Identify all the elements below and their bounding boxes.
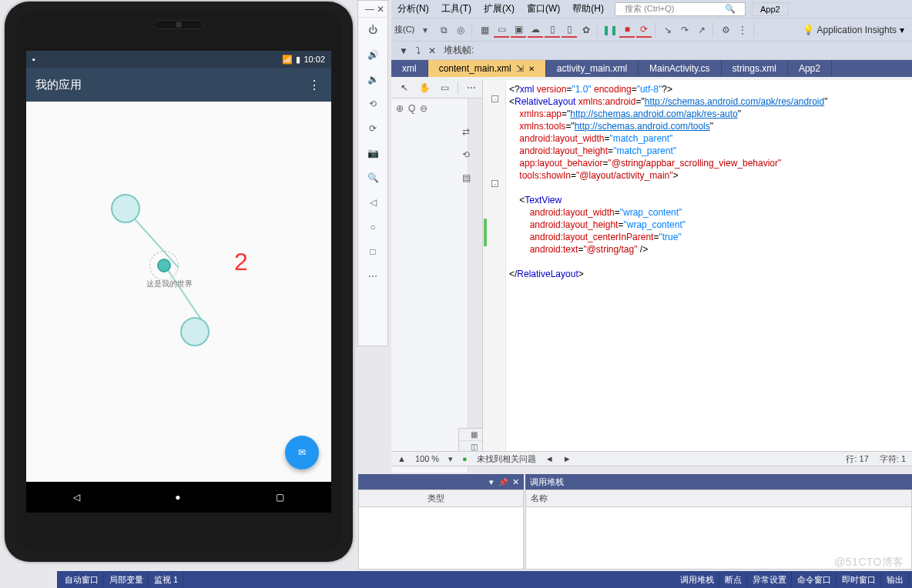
dropdown-icon[interactable]: ▾ xyxy=(448,454,453,464)
code-content: <?xml version="1.0" encoding="utf-8"?> <… xyxy=(509,83,909,280)
thread-icon[interactable]: ✕ xyxy=(428,45,436,56)
tablet-icon[interactable]: ▯ xyxy=(545,22,560,38)
tool2-icon[interactable]: ⋮ xyxy=(735,22,750,38)
col-type: 类型 xyxy=(428,493,444,504)
menu-extensions[interactable]: 扩展(X) xyxy=(478,0,521,18)
restart-icon[interactable]: ⟳ xyxy=(636,22,652,38)
tab-main-activity-cs[interactable]: MainActivity.cs xyxy=(639,60,721,77)
overview-icon[interactable]: □ xyxy=(357,239,388,264)
rotate-right-icon[interactable]: ⟳ xyxy=(357,116,388,141)
step-out-icon[interactable]: ↗ xyxy=(694,22,709,38)
app-content[interactable]: 这是我的世界 2 ✉ xyxy=(26,102,331,482)
nav-recent-icon[interactable]: ▢ xyxy=(276,492,284,503)
rect-icon[interactable]: ▭ xyxy=(438,81,451,95)
menu-window[interactable]: 窗口(W) xyxy=(521,0,566,18)
zoom-level[interactable]: 100 % xyxy=(415,454,439,463)
menu-analysis[interactable]: 分析(N) xyxy=(391,0,435,18)
btab-locals[interactable]: 局部变量 xyxy=(105,573,149,587)
lightbulb-icon[interactable]: 💡 xyxy=(803,25,814,35)
sort-icon[interactable]: ⤵ xyxy=(416,45,421,56)
nav-home-icon[interactable]: ● xyxy=(175,492,180,503)
tab-activity-main[interactable]: activity_main.xml xyxy=(546,60,639,77)
close-icon[interactable]: ✕ xyxy=(528,65,535,73)
overflow-menu-icon[interactable]: ⋮ xyxy=(308,78,322,92)
back-icon[interactable]: ◁ xyxy=(357,190,388,215)
btab-callstack[interactable]: 调用堆栈 xyxy=(676,573,719,587)
close-icon[interactable]: ✕ xyxy=(377,4,384,15)
tab-content-main[interactable]: content_main.xml ⇲ ✕ xyxy=(428,60,546,77)
layout-icon[interactable]: ▤ xyxy=(462,172,463,183)
btab-exceptions[interactable]: 异常设置 xyxy=(748,573,792,587)
designer-surface[interactable]: ⊕ Q ⊖ ⇄ ⟲ ▤ xyxy=(391,99,468,473)
volume-up-icon[interactable]: 🔊 xyxy=(357,42,388,67)
more-icon[interactable]: ⋯ xyxy=(464,81,478,95)
zoom-icon[interactable]: 🔍 xyxy=(357,165,388,190)
volume-down-icon[interactable]: 🔉 xyxy=(357,67,388,92)
settings-icon[interactable]: ✿ xyxy=(578,22,594,38)
btab-output[interactable]: 输出 xyxy=(882,573,909,587)
tab-app2[interactable]: App2 xyxy=(788,60,832,77)
menu-tools[interactable]: 工具(T) xyxy=(435,0,478,18)
tab-xml[interactable]: xml xyxy=(391,60,428,77)
dropdown-icon[interactable]: ▾ xyxy=(489,477,494,487)
constraint-anchor[interactable] xyxy=(111,194,140,223)
constraint-anchor[interactable] xyxy=(180,317,210,346)
zoom-in-icon[interactable]: ⊕ xyxy=(396,103,404,114)
problems-msg: 未找到相关问题 xyxy=(477,453,536,465)
dropdown-icon[interactable]: ▾ xyxy=(417,22,433,38)
layout1-icon[interactable]: ▦ xyxy=(477,22,492,38)
next-issue-icon[interactable]: ► xyxy=(563,454,572,463)
stop-icon[interactable]: ■ xyxy=(619,22,635,38)
zoom-out-icon[interactable]: ⊖ xyxy=(420,103,428,114)
btab-auto[interactable]: 自动窗口 xyxy=(60,573,104,587)
fold-icon[interactable]: - xyxy=(491,95,498,102)
tool1-icon[interactable]: ⚙ xyxy=(718,22,733,38)
step-into-icon[interactable]: ↘ xyxy=(660,22,676,38)
tab-strings-xml[interactable]: strings.xml xyxy=(722,60,788,77)
dropdown-icon[interactable]: ▾ xyxy=(900,25,904,35)
close-icon[interactable]: ✕ xyxy=(512,477,519,487)
device-icon[interactable]: ▭ xyxy=(494,22,509,38)
zoom-fit-icon[interactable]: Q xyxy=(408,103,415,114)
swap-icon[interactable]: ⇄ xyxy=(462,126,463,137)
phone-icon[interactable]: ▯ xyxy=(562,22,577,38)
nav-back-icon[interactable]: ◁ xyxy=(73,492,80,503)
devices-icon[interactable]: ▣ xyxy=(511,22,526,38)
fab-button[interactable]: ✉ xyxy=(285,436,319,469)
widget-handle[interactable] xyxy=(157,259,171,272)
minimize-icon[interactable]: — xyxy=(365,4,374,15)
btab-command[interactable]: 命令窗口 xyxy=(793,573,837,587)
mail-icon: ✉ xyxy=(298,447,306,458)
tab-label: content_main.xml xyxy=(439,63,511,74)
btab-watch[interactable]: 监视 1 xyxy=(149,573,183,587)
nav-up-icon[interactable]: ▲ xyxy=(397,454,406,463)
prev-issue-icon[interactable]: ◄ xyxy=(545,454,554,463)
home-icon[interactable]: ○ xyxy=(357,215,388,239)
more-icon[interactable]: ⋯ xyxy=(357,264,388,289)
refresh-icon[interactable]: ⟲ xyxy=(462,149,463,160)
menu-help[interactable]: 帮助(H) xyxy=(566,0,610,18)
filter-icon[interactable]: ▼ xyxy=(399,45,408,56)
btab-immediate[interactable]: 即时窗口 xyxy=(837,573,881,587)
camera2-icon[interactable]: ◎ xyxy=(453,22,468,38)
cloud-icon[interactable]: ☁ xyxy=(528,22,543,38)
connect-label[interactable]: 接(C) xyxy=(394,24,414,35)
device-screen[interactable]: ▪ 📶 ▮ 10:02 我的应用 ⋮ 这是我的世界 2 ✉ ◁ xyxy=(26,51,331,513)
app-insights-label[interactable]: Application Insights xyxy=(817,25,897,35)
fold-icon[interactable]: - xyxy=(491,180,498,187)
camera-icon[interactable]: 📷 xyxy=(357,141,388,165)
pan-icon[interactable]: ✋ xyxy=(417,81,431,95)
step-over-icon[interactable]: ↷ xyxy=(677,22,692,38)
code-editor[interactable]: - - <?xml version="1.0" encoding="utf-8"… xyxy=(482,80,912,453)
power-icon[interactable]: ⏻ xyxy=(357,18,388,42)
pause-icon[interactable]: ❚❚ xyxy=(602,22,618,38)
pin-icon[interactable]: 📌 xyxy=(498,478,508,486)
screenshot-icon[interactable]: ⧉ xyxy=(436,22,451,38)
pointer-icon[interactable]: ↖ xyxy=(397,81,411,95)
quick-launch-search[interactable]: 搜索 (Ctrl+Q) 🔍 xyxy=(615,2,746,16)
btab-breakpoints[interactable]: 断点 xyxy=(720,573,747,587)
search-icon: 🔍 xyxy=(719,2,742,16)
pin-icon[interactable]: ⇲ xyxy=(516,63,524,74)
rotate-left-icon[interactable]: ⟲ xyxy=(357,92,388,116)
solution-selector[interactable]: App2 xyxy=(752,2,789,16)
